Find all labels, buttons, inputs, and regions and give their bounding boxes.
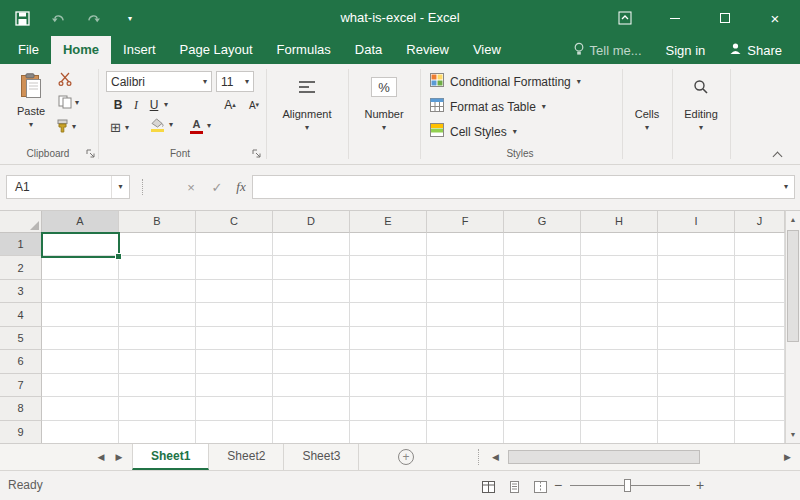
cell-J8[interactable] [735, 397, 785, 420]
cell-C4[interactable] [196, 303, 273, 326]
cell-A2[interactable] [42, 256, 119, 279]
column-header-J[interactable]: J [735, 211, 785, 233]
cell-I7[interactable] [658, 374, 735, 397]
cell-A5[interactable] [42, 327, 119, 350]
next-sheet-arrow-icon[interactable]: ▶ [110, 444, 128, 470]
cell-F1[interactable] [427, 233, 504, 256]
cell-D2[interactable] [273, 256, 350, 279]
cell-H4[interactable] [581, 303, 658, 326]
vertical-scrollbar-thumb[interactable] [787, 230, 799, 342]
zoom-in-button[interactable]: + [696, 471, 704, 500]
paste-button[interactable]: Paste ▾ [8, 70, 54, 144]
column-header-C[interactable]: C [196, 211, 273, 233]
cell-A4[interactable] [42, 303, 119, 326]
row-header-7[interactable]: 7 [0, 374, 42, 397]
font-dialog-launcher-icon[interactable] [252, 148, 261, 160]
font-size-combo[interactable]: 11 ▾ [216, 71, 254, 92]
cell-I5[interactable] [658, 327, 735, 350]
cell-D8[interactable] [273, 397, 350, 420]
cell-G4[interactable] [504, 303, 581, 326]
cell-B6[interactable] [119, 350, 196, 373]
cell-E1[interactable] [350, 233, 427, 256]
tab-view[interactable]: View [461, 36, 513, 64]
scroll-right-arrow-icon[interactable]: ▶ [784, 444, 791, 470]
share-button[interactable]: Share [721, 42, 790, 58]
minimize-icon[interactable] [650, 0, 700, 36]
font-name-combo[interactable]: Calibri ▾ [106, 71, 212, 92]
cell-D1[interactable] [273, 233, 350, 256]
cell-B5[interactable] [119, 327, 196, 350]
cell-G6[interactable] [504, 350, 581, 373]
cell-C8[interactable] [196, 397, 273, 420]
cell-E3[interactable] [350, 280, 427, 303]
select-all-button[interactable] [0, 211, 42, 233]
cell-I2[interactable] [658, 256, 735, 279]
maximize-icon[interactable] [700, 0, 750, 36]
cell-C2[interactable] [196, 256, 273, 279]
cell-D3[interactable] [273, 280, 350, 303]
cell-I3[interactable] [658, 280, 735, 303]
cell-I6[interactable] [658, 350, 735, 373]
column-header-I[interactable]: I [658, 211, 735, 233]
column-header-F[interactable]: F [427, 211, 504, 233]
cell-F9[interactable] [427, 421, 504, 444]
cell-F6[interactable] [427, 350, 504, 373]
cell-E2[interactable] [350, 256, 427, 279]
vertical-scrollbar[interactable]: ▲ ▼ [785, 210, 800, 443]
cell-I4[interactable] [658, 303, 735, 326]
row-header-4[interactable]: 4 [0, 303, 42, 326]
previous-sheet-arrow-icon[interactable]: ◀ [92, 444, 110, 470]
cell-B9[interactable] [119, 421, 196, 444]
cell-G9[interactable] [504, 421, 581, 444]
horizontal-scrollbar-thumb[interactable] [508, 450, 700, 464]
cell-F8[interactable] [427, 397, 504, 420]
ribbon-display-options-icon[interactable] [600, 0, 650, 36]
cell-H1[interactable] [581, 233, 658, 256]
underline-chevron-icon[interactable]: ▾ [164, 101, 168, 109]
collapse-ribbon-button[interactable] [774, 150, 781, 162]
cell-E6[interactable] [350, 350, 427, 373]
tab-formulas[interactable]: Formulas [265, 36, 343, 64]
tab-file[interactable]: File [6, 36, 51, 64]
font-color-button[interactable]: A ▾ [190, 118, 211, 134]
cell-B2[interactable] [119, 256, 196, 279]
cell-styles-button[interactable]: Cell Styles ▾ [430, 121, 517, 142]
tell-me-button[interactable]: Tell me... [565, 42, 650, 59]
scroll-left-arrow-icon[interactable]: ◀ [492, 444, 499, 470]
name-box-chevron-icon[interactable]: ▾ [111, 176, 129, 198]
sheet-tab-sheet1[interactable]: Sheet1 [132, 444, 209, 470]
cell-J6[interactable] [735, 350, 785, 373]
cells-group-button[interactable]: Cells ▾ [622, 70, 672, 156]
insert-function-button[interactable]: fx [230, 175, 252, 199]
formula-bar-expand-chevron-icon[interactable]: ▾ [778, 183, 794, 191]
cell-I8[interactable] [658, 397, 735, 420]
cell-J1[interactable] [735, 233, 785, 256]
cut-button[interactable] [58, 72, 72, 88]
row-header-1[interactable]: 1 [0, 233, 42, 256]
cell-C7[interactable] [196, 374, 273, 397]
scroll-up-arrow-icon[interactable]: ▲ [786, 212, 800, 227]
cell-D6[interactable] [273, 350, 350, 373]
cell-C1[interactable] [196, 233, 273, 256]
cell-A6[interactable] [42, 350, 119, 373]
cell-E8[interactable] [350, 397, 427, 420]
fill-color-button[interactable]: ▾ [150, 118, 173, 132]
cell-H5[interactable] [581, 327, 658, 350]
clipboard-dialog-launcher-icon[interactable] [86, 148, 95, 160]
scroll-down-arrow-icon[interactable]: ▼ [786, 427, 800, 442]
number-group-button[interactable]: % Number ▾ [348, 70, 420, 156]
formula-input[interactable]: ▾ [252, 175, 795, 199]
underline-button[interactable]: U [146, 96, 162, 114]
cell-A8[interactable] [42, 397, 119, 420]
column-header-G[interactable]: G [504, 211, 581, 233]
alignment-group-button[interactable]: Alignment ▾ [266, 70, 348, 156]
column-header-B[interactable]: B [119, 211, 196, 233]
cell-J7[interactable] [735, 374, 785, 397]
cell-F7[interactable] [427, 374, 504, 397]
name-box[interactable]: A1 ▾ [6, 175, 130, 199]
cell-D7[interactable] [273, 374, 350, 397]
cell-C5[interactable] [196, 327, 273, 350]
cell-H3[interactable] [581, 280, 658, 303]
cell-A3[interactable] [42, 280, 119, 303]
conditional-formatting-button[interactable]: Conditional Formatting ▾ [430, 71, 581, 92]
